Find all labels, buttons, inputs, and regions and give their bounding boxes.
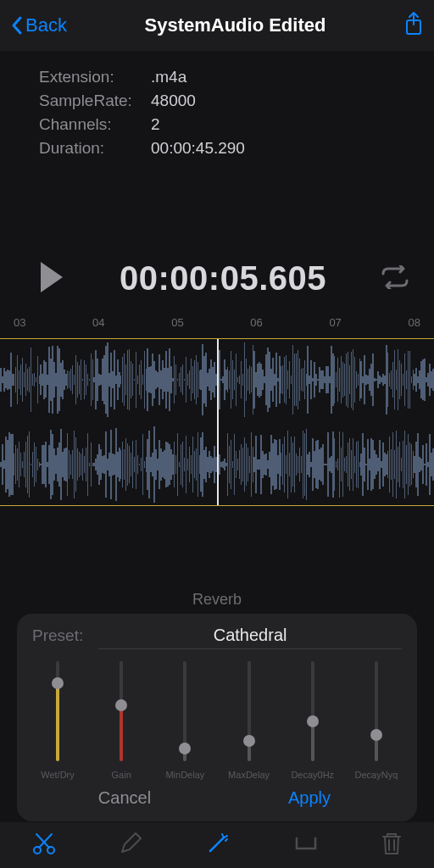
- slider-label: DecayNyq: [355, 770, 398, 780]
- slider-mindelay[interactable]: MinDelay: [159, 661, 210, 780]
- cancel-button[interactable]: Cancel: [32, 785, 217, 811]
- share-icon: [403, 11, 424, 36]
- effect-name: Reverb: [0, 591, 434, 609]
- current-time: 00:00:05.605: [66, 259, 380, 298]
- slider-label: Decay0Hz: [291, 770, 334, 780]
- play-icon: [37, 260, 66, 294]
- nav-bar: Back SystemAudio Edited: [0, 0, 434, 51]
- rate-label: SampleRate:: [39, 92, 151, 110]
- tick-label: 03: [14, 316, 25, 329]
- loop-button[interactable]: [380, 265, 410, 292]
- delete-tool[interactable]: [381, 831, 403, 860]
- chevron-left-icon: [10, 15, 24, 36]
- pencil-tool[interactable]: [119, 832, 142, 859]
- tick-label: 07: [329, 316, 341, 329]
- effects-tool[interactable]: [205, 831, 231, 860]
- timeline-ruler: 030405060708: [0, 316, 434, 333]
- slider-label: MaxDelay: [228, 770, 270, 780]
- effect-panel: Preset: Cathedral Wet/DryGainMinDelayMax…: [17, 614, 417, 821]
- select-tool[interactable]: [293, 835, 319, 855]
- dur-value: 00:00:45.290: [151, 139, 245, 158]
- file-info: Extension:.m4a SampleRate:48000 Channels…: [0, 51, 434, 158]
- slider-decay0hz[interactable]: Decay0Hz: [287, 661, 338, 780]
- ext-value: .m4a: [151, 68, 186, 86]
- ext-label: Extension:: [39, 68, 151, 86]
- play-button[interactable]: [37, 260, 66, 298]
- slider-label: Gain: [112, 770, 131, 780]
- ch-label: Channels:: [39, 115, 151, 134]
- back-label: Back: [25, 14, 67, 36]
- waveform[interactable]: [0, 338, 434, 506]
- toolbar: [0, 822, 434, 868]
- bracket-icon: [293, 835, 319, 852]
- apply-button[interactable]: Apply: [217, 785, 402, 811]
- pencil-icon: [119, 832, 142, 855]
- slider-gain[interactable]: Gain: [96, 661, 147, 780]
- page-title: SystemAudio Edited: [145, 14, 326, 36]
- back-button[interactable]: Back: [10, 14, 67, 36]
- cut-tool[interactable]: [31, 831, 57, 860]
- preset-label: Preset:: [32, 626, 83, 645]
- tick-label: 04: [92, 316, 104, 329]
- trash-icon: [381, 831, 403, 856]
- rate-value: 48000: [151, 92, 196, 110]
- scissors-icon: [31, 831, 57, 856]
- loop-icon: [380, 265, 410, 289]
- preset-select[interactable]: Cathedral: [98, 626, 402, 649]
- tick-label: 06: [250, 316, 262, 329]
- wand-icon: [205, 831, 231, 856]
- slider-wetdry[interactable]: Wet/Dry: [32, 661, 83, 780]
- slider-label: Wet/Dry: [41, 770, 75, 780]
- slider-decaynyq[interactable]: DecayNyq: [351, 661, 402, 780]
- ch-value: 2: [151, 115, 160, 134]
- playhead[interactable]: [217, 338, 219, 506]
- slider-label: MinDelay: [165, 770, 204, 780]
- tick-label: 08: [408, 316, 420, 329]
- slider-maxdelay[interactable]: MaxDelay: [224, 661, 275, 780]
- tick-label: 05: [171, 316, 183, 329]
- dur-label: Duration:: [39, 139, 151, 158]
- player-controls: 00:00:05.605: [0, 259, 434, 298]
- share-button[interactable]: [403, 11, 424, 40]
